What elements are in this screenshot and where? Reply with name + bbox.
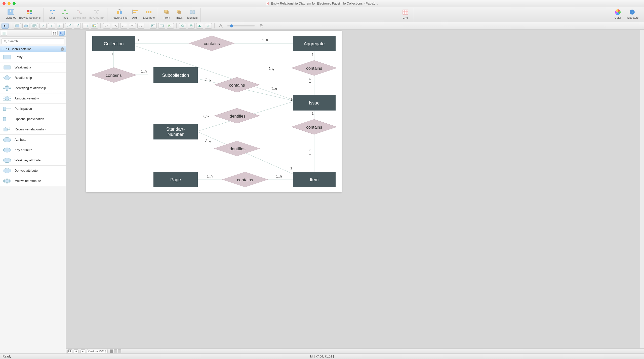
identical-button[interactable]: Identical [186,8,198,22]
inspectors-button[interactable]: i Inspectors [625,8,639,22]
entity-collection[interactable]: Collection [92,36,135,51]
library-item[interactable]: Identifying relationship [0,83,66,93]
browse-solutions-button[interactable]: Browse Solutions [18,8,42,22]
page-thumb[interactable] [118,349,121,353]
page-thumbnails[interactable] [110,349,121,353]
zoom-in-button[interactable] [258,23,265,29]
rel-contains-top[interactable]: contains [189,36,234,51]
connector-1-tool[interactable] [39,23,47,29]
rel-contains-left[interactable]: contains [91,67,136,83]
library-category-header[interactable]: ERD, Chen's notation ✕ [0,46,66,52]
color-button[interactable]: Color [612,8,624,22]
connector-6-tool[interactable] [82,23,89,29]
distribute-button[interactable]: Distribute [142,8,156,22]
front-button[interactable]: Front [161,8,173,22]
group-tool-1[interactable] [150,23,157,29]
rect-tool[interactable] [14,23,21,29]
libraries-button[interactable]: Libraries [5,8,17,22]
page-thumb[interactable] [110,349,113,353]
pointer-tool[interactable] [2,23,9,29]
library-item[interactable]: Weak key attribute [0,155,66,166]
text-tool[interactable] [31,23,38,29]
chevron-down-icon[interactable]: ⌵ [377,2,378,5]
group-tool-3[interactable] [167,23,174,29]
entity-subcollection[interactable]: Subcollection [153,67,198,83]
align-label: Align [132,16,138,19]
library-item[interactable]: Derived attribute [0,166,66,176]
eyedropper-tool[interactable] [205,23,212,29]
rel-identifies-lower[interactable]: Identifies [214,141,260,156]
rel-identifies-upper[interactable]: Identifies [214,108,260,123]
zoom-level-selector[interactable]: Custom 79% ▴▾ [87,349,108,353]
entity-issue[interactable]: Issue [293,95,336,111]
library-item-thumb [3,116,12,122]
entity-aggregate[interactable]: Aggregate [293,36,336,51]
spline-tool[interactable] [120,23,127,29]
rel-contains-page-item[interactable]: contains [222,172,268,187]
rotate-flip-button[interactable]: Rotate & Flip [110,8,129,22]
close-icon[interactable]: ✕ [61,47,64,51]
library-item[interactable]: Relationship [0,73,66,83]
tree-button[interactable]: Tree [59,8,71,22]
connector-4-tool[interactable] [65,23,72,29]
search-input[interactable] [8,40,62,43]
canvas-scroll[interactable]: Collection Aggregate Subcollection Issue… [66,30,640,348]
entity-page[interactable]: Page [153,172,198,187]
library-item-label: Key attribute [15,148,32,152]
pause-scroll-button[interactable]: ▮▮ [67,349,72,353]
back-button[interactable]: Back [174,8,185,22]
connector-2-tool[interactable] [48,23,55,29]
library-item[interactable]: Key attribute [0,145,66,155]
freehand-tool[interactable] [137,23,144,29]
vertical-scrollbar[interactable] [640,30,644,348]
library-item[interactable]: Recursive relationship [0,124,66,135]
search-view-button[interactable] [59,31,65,36]
svg-rect-5 [11,10,13,12]
svg-text:contains: contains [229,83,245,88]
connector-3-tool[interactable] [57,23,64,29]
library-item[interactable]: Participation [0,104,66,114]
grid-view-button[interactable] [52,31,58,36]
chain-button[interactable]: Chain [47,8,58,22]
grid-button[interactable]: Grid [399,8,411,22]
svg-point-60 [181,25,183,27]
list-view-button[interactable] [1,31,7,36]
stamp-tool[interactable] [196,23,203,29]
page-thumb[interactable] [114,349,117,353]
library-item[interactable]: Entity [0,52,66,62]
delete-link-button[interactable]: Delete link [72,8,87,22]
zoom-tool[interactable] [179,23,186,29]
library-item[interactable]: Weak entity [0,62,66,73]
bezier-tool[interactable] [129,23,136,29]
libraries-label: Libraries [6,16,16,19]
svg-line-70 [262,27,263,28]
rel-contains-mid[interactable]: contains [214,77,260,92]
library-item[interactable]: Optional participation [0,114,66,124]
connector-5-tool[interactable] [74,23,81,29]
library-item[interactable]: Multivalue attribute [0,176,66,186]
image-tool[interactable] [91,23,98,29]
line-tool[interactable] [103,23,110,29]
library-item[interactable]: Attribute [0,135,66,145]
group-tool-2[interactable] [158,23,165,29]
align-button[interactable]: Align [130,8,141,22]
entity-item[interactable]: Item [293,172,336,187]
ellipse-tool[interactable] [22,23,29,29]
page-next-button[interactable]: ▶ [80,349,85,353]
entity-standart-number[interactable]: Standart-Number [153,124,198,139]
arc-tool[interactable] [112,23,119,29]
library-item[interactable]: Associative entity [0,93,66,104]
pan-tool[interactable] [188,23,195,29]
reverse-link-button[interactable]: Reverse link [88,8,105,22]
chain-label: Chain [49,16,56,19]
diagram-page[interactable]: Collection Aggregate Subcollection Issue… [86,31,342,192]
zoom-out-button[interactable] [217,23,224,29]
rel-contains-aggregate-issue[interactable]: contains [292,60,337,76]
svg-rect-35 [403,10,408,14]
inspectors-label: Inspectors [626,16,638,19]
zoom-slider[interactable] [227,25,255,26]
rel-contains-issue-item[interactable]: contains [292,119,337,134]
card-label: 1 [112,52,114,56]
page-prev-button[interactable]: ◀ [74,349,78,353]
reverse-link-icon [93,9,100,16]
